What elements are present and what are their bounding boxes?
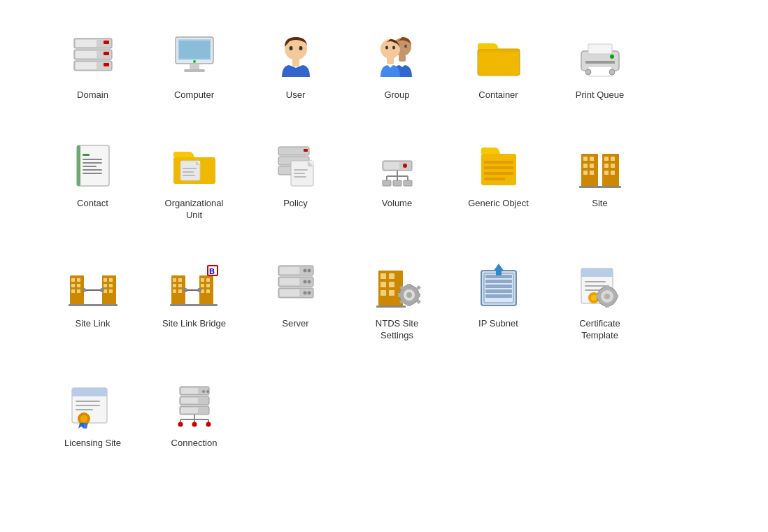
icon-item-certificate-template[interactable]: CertificateTemplate [549,257,650,342]
svg-rect-62 [384,162,399,169]
site-label: Site [592,198,607,210]
svg-point-137 [307,268,311,272]
svg-rect-94 [77,278,80,282]
svg-point-107 [82,288,86,292]
svg-rect-51 [183,175,195,176]
svg-rect-85 [604,157,609,161]
svg-rect-114 [178,284,182,287]
svg-rect-146 [389,282,394,287]
icon-grid: Domain Computer [0,0,768,512]
volume-label: Volume [382,198,412,210]
svg-rect-145 [381,282,386,287]
svg-rect-86 [611,157,615,161]
icon-item-site-link[interactable]: Site Link [42,257,143,342]
svg-point-22 [404,45,407,48]
svg-rect-28 [478,49,520,76]
svg-rect-113 [173,284,176,287]
svg-rect-169 [496,268,502,275]
svg-rect-68 [383,180,391,186]
svg-rect-89 [604,171,609,175]
icon-item-generic-object[interactable]: Generic Object [448,136,549,222]
svg-rect-190 [76,409,93,410]
connection-label: Connection [171,438,218,450]
contact-icon [65,136,121,192]
svg-rect-187 [72,394,107,396]
icon-item-contact[interactable]: Contact [42,136,143,222]
svg-rect-30 [478,49,520,52]
svg-rect-45 [77,145,80,186]
svg-point-15 [193,60,196,63]
connection-icon [166,376,222,432]
svg-rect-97 [71,289,75,293]
contact-label: Contact [77,198,108,210]
icon-item-org-unit[interactable]: OrganizationalUnit [143,136,245,222]
icon-item-site[interactable]: Site [549,136,650,222]
svg-rect-111 [173,278,176,282]
volume-icon [369,136,425,192]
svg-rect-184 [614,294,618,299]
icon-item-site-link-bridge[interactable]: B Site Link Bridge [143,257,245,342]
svg-rect-155 [416,293,420,297]
org-unit-icon [166,136,222,192]
svg-rect-105 [109,289,113,293]
org-unit-label: OrganizationalUnit [165,198,224,222]
policy-icon [268,136,324,192]
svg-rect-2 [76,62,97,69]
svg-rect-100 [104,278,107,282]
svg-rect-98 [77,289,80,293]
svg-rect-189 [76,405,100,406]
svg-point-180 [604,294,610,299]
svg-rect-4 [76,51,97,58]
icon-item-computer[interactable]: Computer [143,28,245,101]
icon-item-ip-subnet[interactable]: IP Subnet [448,257,549,342]
icon-item-container[interactable]: Container [448,28,549,101]
svg-rect-131 [280,289,299,296]
container-icon [471,28,527,84]
svg-rect-129 [170,304,218,306]
svg-rect-102 [104,284,107,287]
svg-point-37 [609,69,615,75]
certificate-template-icon [572,257,628,312]
icon-item-volume[interactable]: Volume [346,136,448,222]
icon-item-ntds-site-settings[interactable]: NTDS SiteSettings [346,257,448,342]
svg-rect-123 [206,289,210,293]
svg-rect-73 [484,161,513,164]
icon-item-group[interactable]: Group [346,28,448,101]
svg-rect-91 [579,186,621,188]
icon-item-connection[interactable]: Connection [143,376,245,450]
icon-item-print-queue[interactable]: Print Queue [549,28,650,101]
licensing-site-icon [65,376,121,432]
svg-rect-183 [596,294,600,299]
svg-rect-41 [83,162,102,164]
svg-point-126 [197,288,201,292]
licensing-site-label: Licensing Site [64,438,121,450]
svg-rect-44 [83,173,102,174]
svg-rect-58 [294,173,305,174]
group-icon [369,28,425,84]
svg-rect-83 [590,171,594,175]
svg-point-36 [585,69,591,75]
group-label: Group [384,89,409,101]
svg-rect-82 [583,171,588,175]
svg-rect-43 [83,169,102,171]
svg-rect-116 [178,289,182,293]
svg-rect-13 [190,64,199,69]
svg-point-71 [403,164,407,168]
icon-item-server[interactable]: Server [245,257,346,342]
svg-rect-175 [585,289,600,291]
ip-subnet-label: IP Subnet [478,318,518,330]
svg-rect-93 [71,278,75,282]
svg-rect-32 [588,44,612,54]
site-icon [572,136,628,192]
icon-item-policy[interactable]: Policy [245,136,346,222]
icon-item-user[interactable]: User [245,28,346,101]
ip-subnet-icon [471,257,527,312]
svg-rect-119 [206,278,210,282]
svg-point-17 [289,46,292,50]
svg-point-136 [303,268,306,272]
icon-item-domain[interactable]: Domain [42,28,143,101]
svg-point-151 [406,292,412,298]
ntds-site-settings-icon [369,257,425,312]
svg-rect-167 [485,294,512,298]
icon-item-licensing-site[interactable]: Licensing Site [42,376,143,450]
